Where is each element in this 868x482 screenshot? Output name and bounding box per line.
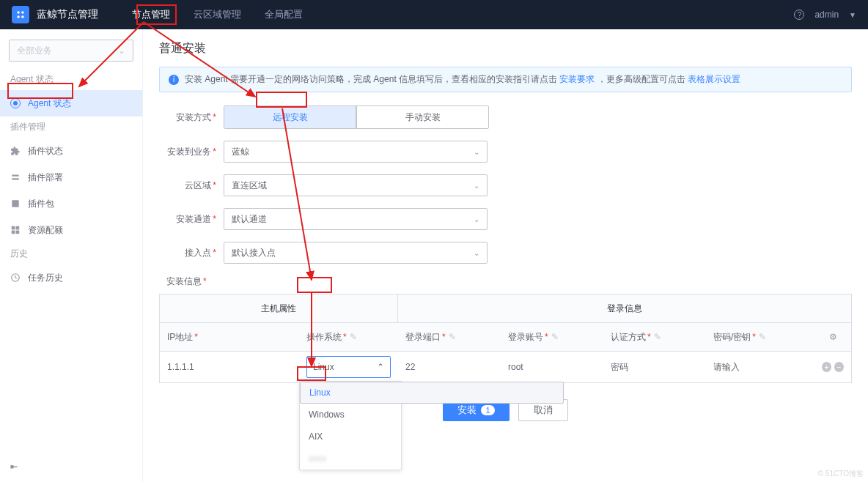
chevron-down-icon: ⌄ bbox=[474, 148, 479, 156]
user-name[interactable]: admin bbox=[814, 10, 839, 20]
sidebar-item-resource-quota[interactable]: 资源配额 bbox=[0, 217, 142, 243]
sidebar-group-plugin: 插件管理 bbox=[0, 116, 142, 138]
install-count-badge: 1 bbox=[481, 405, 494, 415]
sidebar-group-history: 历史 bbox=[0, 243, 142, 264]
alert-text: 安装 Agent 需要开通一定的网络访问策略，完成 Agent 信息填写后，查看… bbox=[185, 73, 740, 86]
sidebar-item-label: 插件状态 bbox=[28, 145, 63, 157]
svg-point-2 bbox=[17, 15, 20, 18]
svg-rect-6 bbox=[16, 226, 20, 230]
cell-port[interactable]: 22 bbox=[398, 352, 501, 382]
label-install-info: 安装信息* bbox=[166, 275, 852, 288]
link-install-req[interactable]: 安装要求 bbox=[559, 74, 595, 84]
svg-point-1 bbox=[21, 11, 24, 14]
puzzle-icon bbox=[10, 146, 21, 156]
bulk-edit-icon[interactable]: ✎ bbox=[350, 332, 357, 342]
collapse-sidebar-icon[interactable]: ⇤ bbox=[0, 451, 142, 482]
clock-icon bbox=[10, 272, 21, 283]
sidebar-item-agent-status[interactable]: Agent 状态 bbox=[0, 90, 142, 116]
nav-cloud-area[interactable]: 云区域管理 bbox=[182, 0, 253, 29]
cell-auth[interactable]: 密码 bbox=[603, 352, 706, 382]
select-ap[interactable]: 默认接入点⌄ bbox=[224, 242, 488, 264]
chevron-down-icon: ⌄ bbox=[474, 215, 479, 223]
cell-actions: + − bbox=[814, 352, 851, 382]
col-acct: 登录账号*✎ bbox=[501, 323, 603, 351]
col-group-login: 登录信息 bbox=[398, 294, 851, 322]
chevron-up-icon: ⌃ bbox=[377, 362, 384, 372]
svg-rect-5 bbox=[12, 226, 15, 230]
bulk-edit-icon[interactable]: ✎ bbox=[759, 332, 766, 342]
label-channel: 安装通道* bbox=[159, 213, 216, 226]
os-option-hidden[interactable]: xxxx bbox=[300, 448, 401, 470]
sidebar-item-plugin-status[interactable]: 插件状态 bbox=[0, 138, 142, 164]
remove-row-icon[interactable]: − bbox=[834, 362, 844, 372]
install-method-segment: 远程安装 手动安装 bbox=[224, 105, 489, 129]
col-auth: 认证方式*✎ bbox=[603, 323, 706, 351]
top-nav: 蓝鲸节点管理 节点管理 云区域管理 全局配置 ? admin ▼ bbox=[0, 0, 868, 29]
page-title: 普通安装 bbox=[159, 41, 852, 56]
help-icon[interactable]: ? bbox=[794, 10, 804, 20]
os-select[interactable]: Linux⌃ bbox=[306, 356, 391, 378]
col-settings[interactable]: ⚙ bbox=[814, 323, 851, 351]
add-row-icon[interactable]: + bbox=[822, 362, 831, 372]
bulk-edit-icon[interactable]: ✎ bbox=[654, 332, 661, 342]
package-icon bbox=[10, 199, 21, 209]
nav-global-config[interactable]: 全局配置 bbox=[253, 0, 315, 29]
col-ip: IP地址* bbox=[160, 323, 299, 351]
user-area: ? admin ▼ bbox=[794, 10, 856, 20]
table-row: 1.1.1.1 Linux⌃ Linux Windows AIX xxxx 22… bbox=[160, 352, 851, 382]
col-pwd: 密码/密钥*✎ bbox=[706, 323, 814, 351]
select-biz[interactable]: 蓝鲸⌄ bbox=[224, 141, 488, 163]
install-info-table: 主机属性 登录信息 IP地址* 操作系统*✎ 登录端口*✎ 登录账号*✎ 认证方… bbox=[159, 294, 852, 383]
col-group-host: 主机属性 bbox=[160, 294, 398, 322]
gear-icon: ⚙ bbox=[829, 332, 837, 342]
cell-pwd[interactable]: 请输入 bbox=[706, 352, 814, 382]
radio-on-icon bbox=[10, 98, 21, 108]
label-install-method: 安装方式* bbox=[159, 111, 216, 124]
chevron-down-icon: ⌄ bbox=[474, 182, 479, 190]
biz-placeholder: 全部业务 bbox=[17, 45, 52, 57]
watermark: © 51CTO博客 bbox=[818, 469, 864, 479]
app-logo bbox=[12, 6, 29, 23]
sidebar-group-agent: Agent 状态 bbox=[0, 69, 142, 90]
sidebar-item-plugin-deploy[interactable]: 插件部署 bbox=[0, 164, 142, 190]
biz-selector[interactable]: 全部业务 ⌄ bbox=[9, 40, 133, 62]
os-option-aix[interactable]: AIX bbox=[300, 426, 401, 448]
bulk-edit-icon[interactable]: ✎ bbox=[449, 332, 456, 342]
seg-remote-install[interactable]: 远程安装 bbox=[224, 106, 356, 128]
link-table-settings[interactable]: 表格展示设置 bbox=[688, 74, 740, 84]
col-os: 操作系统*✎ bbox=[299, 323, 398, 351]
app-title: 蓝鲸节点管理 bbox=[37, 8, 98, 21]
label-ap: 接入点* bbox=[159, 247, 216, 259]
svg-point-3 bbox=[21, 15, 24, 18]
cell-acct[interactable]: root bbox=[501, 352, 603, 382]
sidebar-item-label: 插件包 bbox=[28, 198, 54, 210]
select-channel[interactable]: 默认通道⌄ bbox=[224, 208, 488, 230]
sidebar-item-label: 插件部署 bbox=[28, 171, 63, 184]
label-cloud: 云区域* bbox=[159, 179, 216, 192]
chevron-down-icon: ⌄ bbox=[474, 249, 479, 257]
svg-rect-7 bbox=[12, 231, 15, 234]
svg-rect-8 bbox=[16, 231, 20, 234]
os-dropdown: Linux Windows AIX xxxx bbox=[299, 381, 402, 470]
col-port: 登录端口*✎ bbox=[398, 323, 501, 351]
cell-ip[interactable]: 1.1.1.1 bbox=[160, 352, 299, 382]
sidebar-item-plugin-package[interactable]: 插件包 bbox=[0, 190, 142, 217]
seg-manual-install[interactable]: 手动安装 bbox=[356, 106, 488, 128]
select-cloud[interactable]: 直连区域⌄ bbox=[224, 174, 488, 196]
chevron-down-icon: ⌄ bbox=[118, 45, 125, 56]
bulk-edit-icon[interactable]: ✎ bbox=[551, 332, 559, 342]
cell-os: Linux⌃ Linux Windows AIX xxxx bbox=[299, 352, 398, 382]
os-option-linux[interactable]: Linux bbox=[300, 382, 564, 404]
quota-icon bbox=[10, 225, 21, 235]
sidebar-item-label: Agent 状态 bbox=[28, 97, 71, 110]
sidebar-item-label: 任务历史 bbox=[28, 272, 63, 284]
label-biz: 安装到业务* bbox=[159, 146, 216, 158]
os-option-windows[interactable]: Windows bbox=[300, 404, 401, 426]
chevron-down-icon[interactable]: ▼ bbox=[849, 11, 856, 19]
info-alert: i 安装 Agent 需要开通一定的网络访问策略，完成 Agent 信息填写后，… bbox=[159, 67, 852, 92]
svg-point-0 bbox=[17, 11, 20, 14]
sidebar-item-task-history[interactable]: 任务历史 bbox=[0, 264, 142, 291]
sidebar-item-label: 资源配额 bbox=[28, 224, 63, 237]
nav-node-mgmt[interactable]: 节点管理 bbox=[120, 0, 182, 29]
info-icon: i bbox=[169, 75, 179, 85]
